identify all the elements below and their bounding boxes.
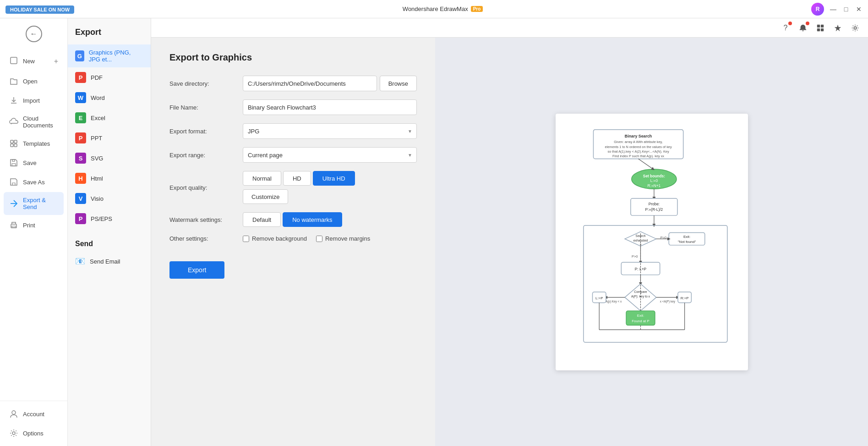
html-icon: H [75,173,86,184]
sidebar-item-export[interactable]: Export & Send [4,192,64,215]
svg-text:Found at P: Found at P [632,319,649,323]
options-icon [9,429,18,438]
svg-text:Find index P such that A(p). k: Find index P such that A(p). key xx [612,154,664,158]
close-button[interactable]: ✕ [855,6,863,13]
export-menu-item-word[interactable]: W Word [68,88,151,108]
main-content: ? Export to Graphics [151,18,868,446]
sidebar-item-templates-label: Templates [23,140,50,147]
pseps-label: PS/EPS [91,215,112,222]
save-directory-control: Browse [243,76,417,91]
sidebar-item-new-label: New [23,58,35,65]
templates-icon [9,139,18,148]
remove-background-checkbox[interactable] [243,236,249,242]
remove-margins-checkbox-label[interactable]: Remove margins [316,235,370,242]
export-range-select[interactable]: Current page All pages Selected pages [243,147,417,163]
avatar[interactable]: R [811,3,824,16]
svg-text:so that A(1).key < A(2).Key<..: so that A(1).key < A(2).Key<...<A(N). Ke… [607,149,669,153]
preview-area: Binary Search Given: array A With attrib… [435,38,868,446]
export-button[interactable]: Export [169,261,224,279]
preview-card: Binary Search Given: array A With attrib… [556,114,748,370]
svg-marker-15 [835,24,841,31]
cloud-icon [9,117,18,127]
visio-label: Visio [91,195,104,202]
watermark-label: Watermark settings: [169,216,243,223]
browse-button[interactable]: Browse [380,76,417,91]
svg-icon: S [75,153,86,164]
sidebar-item-open[interactable]: Open [4,72,64,90]
svg-text:elements 1 to N ordered on the: elements 1 to N ordered on the values of… [605,144,671,149]
svg-text:L:=0: L:=0 [650,178,658,183]
export-menu-item-graphics[interactable]: G Graphics (PNG, JPG et... [68,44,151,67]
export-format-wrapper: JPG PNG BMP SVG PDF [243,123,417,139]
notification-toolbar-icon[interactable] [797,22,808,33]
graphics-icon: G [75,50,84,61]
help-toolbar-icon[interactable]: ? [780,22,791,33]
svg-text:A(p) Key < x: A(p) Key < x [606,300,622,303]
svg-text:P>0: P>0 [632,254,638,259]
sidebar-item-account[interactable]: Account [4,405,64,423]
svg-rect-2 [14,140,17,143]
export-quality-row: Export quality: Normal HD Ultra HD Custo… [169,171,417,204]
titlebar: HOLIDAY SALE ON NOW Wondershare EdrawMax… [0,0,868,18]
sidebar-item-print[interactable]: Print [4,216,64,234]
notification-badge [806,22,809,25]
sidebar-item-import[interactable]: Import [4,91,64,110]
sidebar-item-save[interactable]: Save [4,154,64,172]
remove-margins-checkbox[interactable] [316,236,322,242]
export-menu-item-ppt[interactable]: P PPT [68,128,151,148]
sidebar-item-new[interactable]: New + [4,51,64,71]
quality-normal-button[interactable]: Normal [243,171,281,186]
watermark-none-button[interactable]: No watermarks [283,212,342,227]
sidebar-item-templates[interactable]: Templates [4,134,64,153]
remove-background-checkbox-label[interactable]: Remove background [243,235,307,242]
account-icon [9,409,18,418]
sale-button[interactable]: HOLIDAY SALE ON NOW [5,6,74,14]
quality-ultrahd-button[interactable]: Ultra HD [313,171,355,186]
maximize-button[interactable]: □ [842,6,850,13]
back-button[interactable]: ← [26,26,42,42]
grid-toolbar-icon[interactable] [815,22,826,33]
remove-margins-label: Remove margins [325,235,370,242]
export-menu-item-pseps[interactable]: P PS/EPS [68,209,151,229]
sidebar-item-open-label: Open [23,78,38,85]
file-name-input[interactable] [243,99,417,115]
settings-toolbar-icon[interactable] [850,22,861,33]
quality-hd-button[interactable]: HD [283,171,311,186]
checkbox-row: Remove background Remove margins [243,235,417,242]
sidebar-item-import-label: Import [23,97,40,104]
file-name-row: File Name: [169,99,417,115]
export-format-row: Export format: JPG PNG BMP SVG PDF [169,123,417,139]
svg-rect-3 [11,144,13,147]
save-directory-input[interactable] [243,76,377,91]
export-menu-item-pdf[interactable]: P PDF [68,67,151,88]
export-menu-item-svg[interactable]: S SVG [68,148,151,168]
customize-button[interactable]: Customize [243,189,288,204]
sidebar-item-print-label: Print [23,222,35,229]
file-name-label: File Name: [169,104,243,111]
export-icon [9,199,18,208]
export-quality-label: Export quality: [169,184,243,191]
ppt-label: PPT [91,135,102,142]
svg-text:R:=N+1: R:=N+1 [647,183,661,188]
word-icon: W [75,92,86,103]
svg-rect-0 [11,57,17,64]
sidebar-item-saveas[interactable]: Save As [4,173,64,191]
send-section-title: Send [68,234,151,252]
export-panel: Export G Graphics (PNG, JPG et... P PDF … [68,18,151,446]
export-menu-item-html[interactable]: H Html [68,168,151,188]
export-format-control: JPG PNG BMP SVG PDF [243,123,417,139]
excel-label: Excel [91,115,105,121]
main-layout: ← New + Open [0,18,868,446]
svg-rect-13 [817,28,820,31]
community-toolbar-icon[interactable] [832,22,843,33]
minimize-button[interactable]: — [830,6,837,13]
watermark-default-button[interactable]: Default [243,212,281,227]
sidebar-item-options[interactable]: Options [4,424,64,442]
export-format-select[interactable]: JPG PNG BMP SVG PDF [243,123,417,139]
export-menu-item-excel[interactable]: E Excel [68,108,151,128]
sidebar-item-cloud[interactable]: Cloud Documents [4,110,64,133]
svg-text:"Not found": "Not found" [677,239,696,243]
export-menu-item-visio[interactable]: V Visio [68,188,151,209]
save-icon [9,158,18,167]
send-email-item[interactable]: 📧 Send Email [68,252,151,271]
